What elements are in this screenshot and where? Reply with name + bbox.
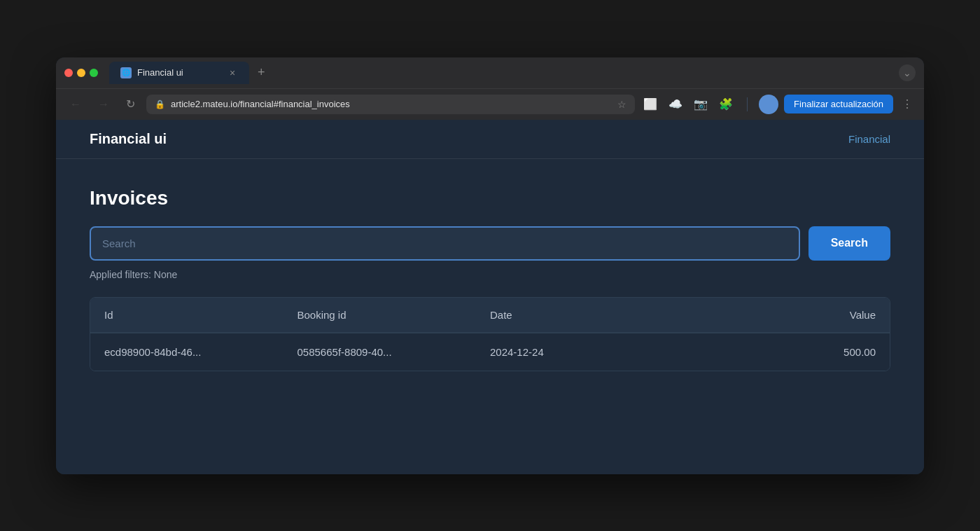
close-window-button[interactable]: [64, 69, 73, 77]
new-tab-button[interactable]: +: [252, 62, 271, 83]
app-nav: Financial: [848, 133, 890, 145]
extensions-icon[interactable]: 🧩: [716, 95, 736, 113]
refresh-button[interactable]: ↻: [120, 95, 141, 113]
applied-filters: Applied filters: None: [90, 269, 890, 280]
table-row[interactable]: ecd98900-84bd-46... 0585665f-8809-40... …: [90, 333, 890, 371]
cloud-icon[interactable]: ☁️: [666, 95, 685, 113]
minimize-window-button[interactable]: [77, 69, 85, 77]
lock-icon: 🔒: [155, 99, 165, 109]
col-header-value: Value: [683, 309, 876, 321]
tab-bar: 🌐 Financial ui × +: [109, 62, 893, 84]
main-content: Invoices Search Applied filters: None Id…: [56, 159, 924, 474]
search-row: Search: [90, 226, 890, 261]
nav-item-financial[interactable]: Financial: [848, 133, 890, 145]
tab-dropdown-button[interactable]: ⌄: [899, 64, 916, 81]
table-header: Id Booking id Date Value: [90, 298, 890, 333]
tab-favicon: 🌐: [120, 67, 132, 78]
update-button[interactable]: Finalizar actualización: [784, 95, 893, 113]
col-header-date: Date: [490, 309, 683, 321]
invoices-title: Invoices: [90, 187, 890, 209]
camera-icon[interactable]: 📷: [691, 95, 710, 113]
back-button[interactable]: ←: [64, 95, 87, 113]
browser-window: 🌐 Financial ui × + ⌄ ← → ↻ 🔒 article2.ma…: [56, 57, 924, 474]
cell-date: 2024-12-24: [490, 346, 683, 358]
col-header-id: Id: [104, 309, 298, 321]
divider: [747, 97, 748, 111]
search-input[interactable]: [90, 226, 800, 261]
cell-value: 500.00: [683, 346, 876, 358]
col-header-booking-id: Booking id: [298, 309, 491, 321]
toolbar: ← → ↻ 🔒 article2.mateu.io/financial#fina…: [56, 88, 924, 120]
url-text: article2.mateu.io/financial#financial_in…: [171, 99, 350, 109]
title-bar: 🌐 Financial ui × + ⌄: [56, 57, 924, 88]
invoice-table: Id Booking id Date Value ecd98900-84bd-4…: [90, 297, 890, 371]
cell-booking-id: 0585665f-8809-40...: [298, 346, 491, 358]
maximize-window-button[interactable]: [90, 69, 98, 77]
cell-id: ecd98900-84bd-46...: [104, 346, 298, 358]
more-options-button[interactable]: ⋮: [899, 95, 916, 113]
tab-title: Financial ui: [137, 67, 183, 78]
bookmark-icon[interactable]: ☆: [617, 99, 626, 110]
search-button[interactable]: Search: [808, 226, 890, 261]
profile-avatar[interactable]: [759, 95, 778, 114]
address-bar[interactable]: 🔒 article2.mateu.io/financial#financial_…: [146, 95, 635, 114]
app-title: Financial ui: [90, 131, 167, 147]
screen-capture-icon[interactable]: ⬜: [640, 95, 660, 113]
tab-close-button[interactable]: ×: [227, 67, 238, 78]
active-tab[interactable]: 🌐 Financial ui ×: [109, 62, 249, 84]
forward-button[interactable]: →: [92, 95, 115, 113]
app-header: Financial ui Financial: [56, 120, 924, 159]
toolbar-actions: ⬜ ☁️ 📷 🧩 Finalizar actualización ⋮: [640, 95, 916, 114]
traffic-lights: [64, 69, 98, 77]
